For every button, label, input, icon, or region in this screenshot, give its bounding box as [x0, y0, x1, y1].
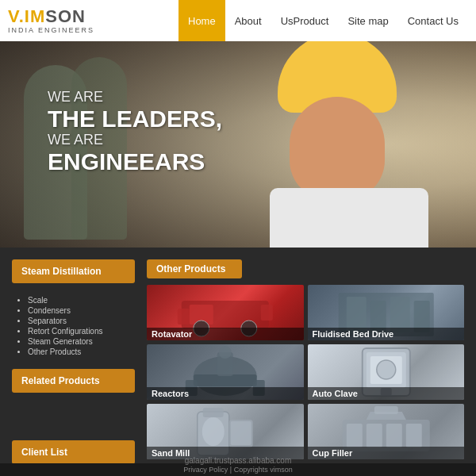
menu-item-steam-gen[interactable]: Steam Generators — [28, 336, 131, 347]
svg-rect-23 — [203, 408, 224, 417]
hero-line-2: THE LEADERS, — [48, 106, 222, 132]
hero-person-face — [290, 97, 385, 200]
product-reactors[interactable]: Reactors — [147, 344, 304, 400]
svg-rect-31 — [366, 424, 382, 447]
product-sandmill[interactable]: Sand Mill — [147, 404, 304, 459]
product-rotavator[interactable]: Rotavator — [147, 285, 304, 340]
logo-tagline: INDIA ENGINEERS — [8, 26, 94, 34]
menu-item-condensers[interactable]: Condensers — [28, 305, 131, 316]
svg-rect-32 — [386, 424, 401, 447]
hero-section: WE ARE THE LEADERS, WE ARE ENGINEEARS — [0, 41, 476, 248]
hero-line-3: WE ARE — [48, 132, 222, 148]
steam-distillation-menu: Scale Condensers Separators Retort Confi… — [12, 291, 135, 361]
hero-line-4: ENGINEEARS — [48, 148, 222, 175]
autoclave-label: Auto Clave — [308, 387, 465, 400]
svg-rect-33 — [405, 424, 421, 447]
hero-text: WE ARE THE LEADERS, WE ARE ENGINEEARS — [48, 89, 222, 175]
svg-rect-4 — [178, 309, 190, 324]
rotavator-label: Rotavator — [147, 328, 304, 340]
footer-links: Privacy Policy | Copyrights vimson — [183, 466, 292, 474]
client-list-button[interactable]: Client List — [12, 440, 135, 464]
menu-item-other[interactable]: Other Products — [28, 347, 131, 357]
product-fluidised[interactable]: Fluidised Bed Drive — [308, 285, 465, 340]
svg-rect-5 — [261, 305, 273, 321]
reactors-label: Reactors — [147, 387, 304, 400]
product-cupfiller[interactable]: Cup Filler — [308, 404, 465, 459]
svg-rect-26 — [231, 421, 251, 445]
svg-rect-30 — [346, 424, 362, 447]
nav-sitemap[interactable]: Site map — [338, 0, 397, 41]
sandmill-label: Sand Mill — [147, 447, 304, 459]
menu-item-retort[interactable]: Retort Configurations — [28, 326, 131, 336]
menu-item-separators[interactable]: Separators — [28, 316, 131, 326]
menu-item-scale[interactable]: Scale — [28, 295, 131, 305]
svg-point-24 — [202, 417, 225, 446]
hero-person-body — [270, 188, 428, 248]
products-header: Other Products — [147, 259, 242, 278]
cupfiller-label: Cup Filler — [308, 447, 465, 459]
products-grid: Rotavator Fluidised Bed Drive — [147, 285, 464, 459]
logo: V.IMSON INDIA ENGINEERS — [8, 8, 94, 34]
hero-line-1: WE ARE — [48, 89, 222, 106]
related-products-button[interactable]: Related Products — [12, 369, 135, 393]
navigation: Home About UsProduct Site map Contact Us — [178, 0, 468, 41]
svg-point-20 — [376, 360, 395, 379]
svg-rect-12 — [194, 374, 257, 386]
products-area: Other Products Rotavator — [147, 259, 464, 464]
footer: Privacy Policy | Copyrights vimson — [0, 463, 476, 476]
content-section: Steam Distillation Scale Condensers Sepa… — [0, 248, 476, 476]
header: V.IMSON INDIA ENGINEERS Home About UsPro… — [0, 0, 476, 41]
left-sidebar: Steam Distillation Scale Condensers Sepa… — [12, 259, 135, 464]
steam-distillation-button[interactable]: Steam Distillation — [12, 259, 135, 283]
nav-about[interactable]: About — [225, 0, 271, 41]
logo-brand: V.IMSON — [8, 8, 94, 25]
nav-home[interactable]: Home — [178, 0, 225, 41]
nav-contact[interactable]: Contact Us — [398, 0, 468, 41]
product-autoclave[interactable]: Auto Clave — [308, 344, 465, 400]
svg-point-14 — [219, 346, 232, 359]
nav-usproduct[interactable]: UsProduct — [271, 0, 339, 41]
svg-rect-29 — [374, 406, 397, 414]
fluidised-label: Fluidised Bed Drive — [308, 328, 465, 340]
